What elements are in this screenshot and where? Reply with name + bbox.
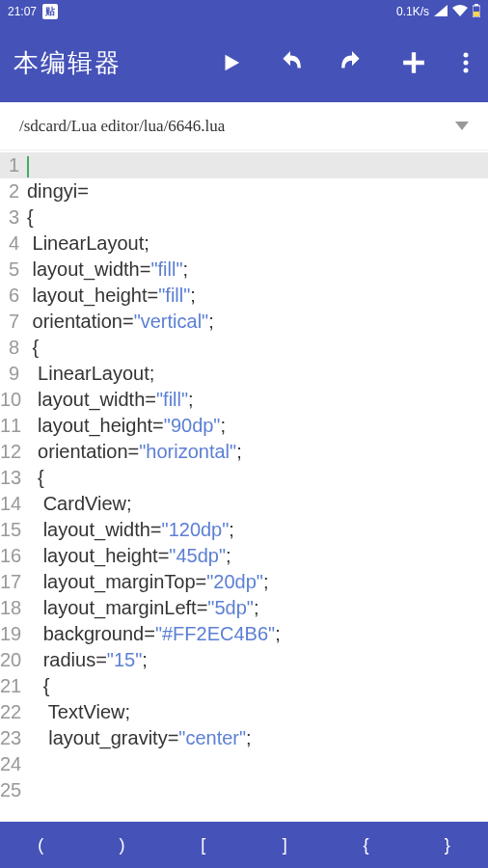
code-line[interactable]: orientation="vertical"; — [23, 309, 488, 335]
symbol-key[interactable]: ( — [0, 824, 81, 867]
battery-icon — [473, 4, 480, 20]
code-line[interactable]: radius="15"; — [23, 647, 488, 673]
code-line[interactable]: layout_marginTop="20dp"; — [23, 569, 488, 595]
symbol-key[interactable]: } — [407, 824, 488, 867]
code-line[interactable]: layout_width="120dp"; — [23, 517, 488, 543]
line-number: 9 — [0, 361, 23, 387]
line-number: 16 — [0, 543, 23, 569]
path-bar[interactable]: /sdcard/Lua editor/lua/6646.lua — [0, 102, 488, 150]
line-number: 8 — [0, 335, 23, 361]
status-app-badge: 贴 — [42, 4, 58, 19]
line-number: 20 — [0, 647, 23, 673]
play-button[interactable] — [220, 52, 241, 73]
line-gutter: 1234567891011121314151617181920212223242… — [0, 150, 23, 803]
line-number: 3 — [0, 204, 23, 231]
symbol-key[interactable]: ) — [81, 824, 162, 867]
chevron-down-icon[interactable] — [455, 118, 469, 135]
line-number: 22 — [0, 699, 23, 725]
status-net-speed: 0.1K/s — [396, 5, 429, 18]
overflow-menu-button[interactable] — [463, 52, 469, 73]
line-number: 11 — [0, 413, 23, 439]
line-number: 5 — [0, 257, 23, 283]
symbol-key[interactable]: { — [325, 824, 406, 867]
line-number: 24 — [0, 751, 23, 777]
code-line[interactable]: { — [23, 204, 488, 231]
symbol-key[interactable]: ] — [244, 824, 325, 867]
svg-point-5 — [464, 68, 469, 73]
code-line[interactable]: TextView; — [23, 699, 488, 725]
line-number: 7 — [0, 309, 23, 335]
add-button[interactable] — [401, 50, 426, 75]
line-number: 17 — [0, 569, 23, 595]
status-bar: 21:07 贴 0.1K/s — [0, 0, 488, 23]
code-line[interactable]: orientation="horizontal"; — [23, 439, 488, 465]
line-number: 15 — [0, 517, 23, 543]
code-editor[interactable]: 1234567891011121314151617181920212223242… — [0, 150, 488, 803]
code-line[interactable]: dingyi= — [23, 178, 488, 204]
app-title: 本编辑器 — [14, 46, 122, 80]
code-line[interactable]: CardView; — [23, 491, 488, 517]
code-line[interactable]: { — [23, 465, 488, 491]
code-line[interactable]: layout_height="fill"; — [23, 283, 488, 309]
line-number: 23 — [0, 725, 23, 751]
status-time: 21:07 — [8, 5, 37, 18]
code-line[interactable]: { — [23, 335, 488, 361]
line-number: 14 — [0, 491, 23, 517]
line-number: 4 — [0, 231, 23, 257]
line-number: 1 — [0, 152, 23, 178]
code-area[interactable]: dingyi={ LinearLayout; layout_width="fil… — [23, 150, 488, 803]
line-number: 21 — [0, 673, 23, 699]
line-number: 18 — [0, 595, 23, 621]
symbol-key[interactable]: [ — [163, 824, 244, 867]
code-line[interactable] — [23, 152, 488, 178]
line-number: 2 — [0, 178, 23, 204]
line-number: 19 — [0, 621, 23, 647]
line-number: 12 — [0, 439, 23, 465]
signal-icon — [434, 5, 447, 19]
svg-point-4 — [464, 61, 469, 66]
redo-button[interactable] — [339, 50, 365, 75]
line-number: 25 — [0, 777, 23, 803]
line-number: 6 — [0, 283, 23, 309]
code-line[interactable]: layout_gravity="center"; — [23, 725, 488, 751]
svg-rect-2 — [474, 12, 479, 16]
svg-point-3 — [464, 53, 469, 58]
code-line[interactable]: layout_width="fill"; — [23, 387, 488, 413]
code-line[interactable]: layout_height="45dp"; — [23, 543, 488, 569]
undo-button[interactable] — [278, 50, 303, 75]
symbol-bar: ()[]{} — [0, 822, 488, 868]
line-number: 10 — [0, 387, 23, 413]
code-line[interactable]: LinearLayout; — [23, 231, 488, 257]
code-line[interactable]: background="#FF2EC4B6"; — [23, 621, 488, 647]
file-path: /sdcard/Lua editor/lua/6646.lua — [19, 117, 225, 136]
wifi-icon — [452, 5, 468, 19]
code-line[interactable]: layout_height="90dp"; — [23, 413, 488, 439]
code-line[interactable]: layout_width="fill"; — [23, 257, 488, 283]
code-line[interactable]: LinearLayout; — [23, 361, 488, 387]
code-line[interactable]: { — [23, 673, 488, 699]
toolbar: 本编辑器 — [0, 23, 488, 102]
text-cursor — [27, 156, 29, 177]
code-line[interactable]: layout_marginLeft="5dp"; — [23, 595, 488, 621]
line-number: 13 — [0, 465, 23, 491]
